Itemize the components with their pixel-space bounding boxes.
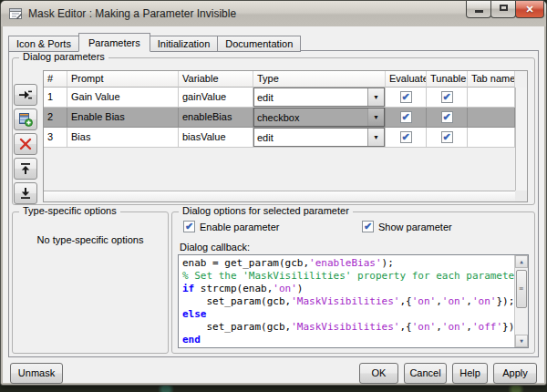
- red-x-icon: [19, 138, 32, 150]
- help-button[interactable]: Help: [452, 363, 488, 384]
- add-parameter-button[interactable]: [14, 84, 37, 106]
- type-cell: edit▼: [253, 128, 386, 148]
- enable-parameter-label: Enable parameter: [200, 222, 279, 232]
- arrow-into-list-icon: [18, 88, 33, 102]
- mask-editor-window: Mask Editor : Making a Parameter Invisib…: [0, 0, 547, 386]
- arrow-down-bar-icon: [18, 186, 33, 201]
- tab-initialization[interactable]: Initialization: [150, 36, 218, 52]
- code-line: set_param(gcb,'MaskVisibilities',{'on','…: [182, 295, 514, 308]
- type-dropdown[interactable]: edit▼: [253, 128, 385, 147]
- parameter-row[interactable]: 1Gain ValuegainValueedit▼✔✔: [44, 88, 515, 108]
- maximize-button[interactable]: [490, 1, 516, 18]
- prompt-cell: Gain Value: [67, 88, 179, 108]
- parameter-row[interactable]: 3BiasbiasValueedit▼✔✔: [44, 128, 515, 148]
- type-dropdown-value: edit: [254, 92, 367, 103]
- code-line: end: [182, 334, 514, 346]
- code-line: if strcmp(enab,'on'): [182, 283, 514, 295]
- desktop: Mask Editor : Making a Parameter Invisib…: [0, 0, 547, 392]
- tab_name-cell: [468, 88, 515, 108]
- column-header: Type: [253, 71, 386, 88]
- tab-parameters[interactable]: Parameters: [78, 33, 150, 52]
- chevron-down-icon: ▼: [367, 108, 384, 126]
- scroll-up-arrow-icon[interactable]: ▲: [515, 255, 528, 268]
- close-button[interactable]: ✕: [515, 1, 544, 18]
- column-header: Evaluate: [386, 71, 427, 88]
- num-cell: 2: [44, 108, 67, 128]
- add-copy-parameter-button[interactable]: [14, 108, 37, 130]
- type-specific-options-label: Type-specific options: [19, 205, 120, 216]
- scroll-down-arrow-icon[interactable]: ▼: [515, 335, 528, 347]
- evaluate-cell: ✔: [386, 128, 427, 148]
- type-cell: checkbox▼: [253, 108, 386, 128]
- ok-button[interactable]: OK: [359, 363, 398, 384]
- variable-cell: biasValue: [179, 128, 253, 148]
- tunable-checkbox[interactable]: ✔: [441, 111, 453, 123]
- close-icon: ✕: [525, 4, 533, 15]
- column-header: Tab name: [468, 71, 515, 88]
- variable-cell: enableBias: [179, 108, 253, 128]
- unmask-button[interactable]: Unmask: [10, 363, 63, 384]
- no-type-specific-options-text: No type-specific options: [13, 234, 168, 245]
- type-dropdown[interactable]: edit▼: [253, 88, 385, 107]
- minimize-icon: [475, 10, 483, 13]
- move-parameter-down-button[interactable]: [14, 182, 37, 204]
- column-header: Tunable: [427, 71, 468, 88]
- type-dropdown-value: checkbox: [254, 112, 367, 123]
- column-header: Prompt: [67, 71, 179, 88]
- dialog-callback-label: Dialog callback:: [180, 242, 250, 253]
- type-dropdown[interactable]: checkbox▼: [253, 108, 385, 127]
- dialog-options-group: Dialog options for selected parameter ✔ …: [171, 211, 535, 354]
- code-line: % Set the 'MaskVisililities' property fo…: [182, 270, 514, 283]
- code-line: enab = get_param(gcb,'enableBias');: [182, 257, 514, 270]
- evaluate-cell: ✔: [386, 88, 427, 108]
- tunable-checkbox[interactable]: ✔: [441, 91, 453, 103]
- tunable-cell: ✔: [427, 108, 468, 128]
- tab_name-cell: [468, 128, 515, 148]
- parameters-tab-panel: Dialog parameters: [8, 50, 539, 357]
- parameter-option-checkboxes: ✔ Enable parameter ✔ Show parameter: [181, 221, 529, 235]
- tunable-cell: ✔: [427, 128, 468, 148]
- minimize-button[interactable]: [466, 1, 491, 18]
- move-parameter-up-button[interactable]: [14, 158, 37, 180]
- code-line: else: [182, 308, 514, 321]
- evaluate-checkbox[interactable]: ✔: [400, 131, 412, 143]
- dialog-client-area: Icon & PortsParametersInitializationDocu…: [3, 26, 544, 383]
- enable-parameter-checkmark-icon: ✔: [183, 221, 195, 232]
- tab-documentation[interactable]: Documentation: [217, 36, 301, 52]
- tunable-checkbox[interactable]: ✔: [441, 131, 453, 143]
- arrow-up-bar-icon: [18, 161, 33, 176]
- num-cell: 1: [44, 88, 67, 108]
- parameter-row[interactable]: 2Enable BiasenableBiascheckbox▼✔✔: [44, 108, 515, 128]
- column-header: Variable: [179, 71, 253, 88]
- num-cell: 3: [44, 128, 67, 148]
- variable-cell: gainValue: [179, 88, 253, 108]
- type-cell: edit▼: [253, 88, 386, 108]
- type-dropdown-value: edit: [254, 132, 367, 143]
- chevron-down-icon: ▼: [367, 88, 384, 106]
- show-parameter-checkbox[interactable]: ✔ Show parameter: [362, 221, 452, 232]
- maximize-icon: [500, 5, 508, 11]
- enable-parameter-checkbox[interactable]: ✔ Enable parameter: [183, 221, 279, 232]
- dialog-callback-editor[interactable]: enab = get_param(gcb,'enableBias');% Set…: [178, 254, 529, 348]
- delete-parameter-button[interactable]: [14, 133, 37, 155]
- show-parameter-checkmark-icon: ✔: [362, 221, 374, 232]
- dialog-callback-code: enab = get_param(gcb,'enableBias');% Set…: [179, 255, 514, 347]
- tab-icon-ports[interactable]: Icon & Ports: [8, 36, 79, 52]
- window-title: Mask Editor : Making a Parameter Invisib…: [28, 7, 236, 20]
- title-bar[interactable]: Mask Editor : Making a Parameter Invisib…: [1, 1, 546, 26]
- list-plus-icon: [18, 112, 33, 127]
- mask-editor-icon: [8, 6, 23, 21]
- code-line: set_param(gcb,'MaskVisibilities',{'on','…: [182, 321, 514, 334]
- apply-button[interactable]: Apply: [493, 363, 537, 384]
- table-horizontal-scrollbar[interactable]: [44, 191, 515, 201]
- code-scrollbar-thumb[interactable]: ≡: [516, 270, 527, 308]
- table-vertical-scrollbar[interactable]: [515, 88, 527, 191]
- table-empty-area: [44, 148, 515, 191]
- evaluate-cell: ✔: [386, 108, 427, 128]
- cancel-button[interactable]: Cancel: [404, 363, 447, 384]
- evaluate-checkbox[interactable]: ✔: [400, 111, 412, 123]
- code-vertical-scrollbar[interactable]: ▲ ≡ ▼: [514, 255, 528, 347]
- evaluate-checkbox[interactable]: ✔: [400, 91, 412, 103]
- table-scrollbar-corner: [515, 191, 527, 201]
- prompt-cell: Enable Bias: [67, 108, 179, 128]
